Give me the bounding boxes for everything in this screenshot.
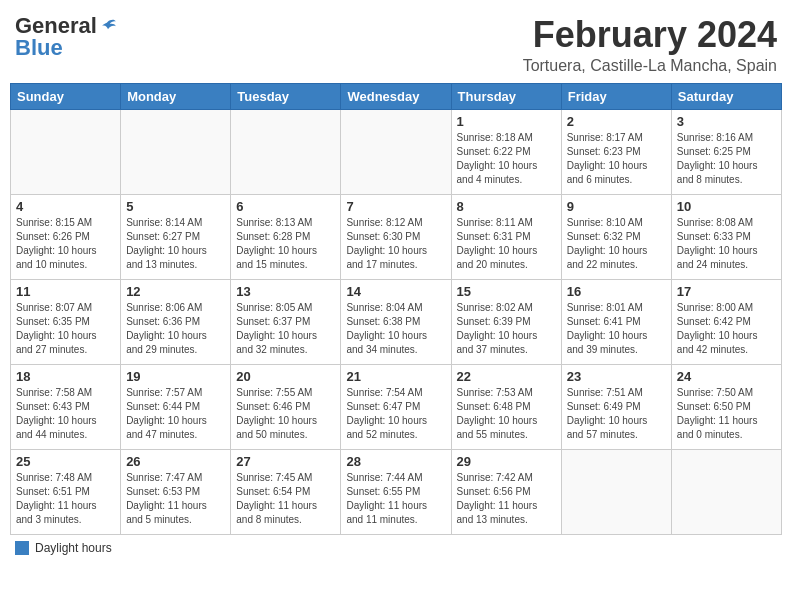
day-info: Sunrise: 7:51 AM Sunset: 6:49 PM Dayligh… bbox=[567, 386, 666, 442]
day-number: 9 bbox=[567, 199, 666, 214]
day-info: Sunrise: 7:58 AM Sunset: 6:43 PM Dayligh… bbox=[16, 386, 115, 442]
calendar-cell: 7Sunrise: 8:12 AM Sunset: 6:30 PM Daylig… bbox=[341, 194, 451, 279]
calendar-cell: 12Sunrise: 8:06 AM Sunset: 6:36 PM Dayli… bbox=[121, 279, 231, 364]
day-number: 24 bbox=[677, 369, 776, 384]
day-number: 12 bbox=[126, 284, 225, 299]
calendar-cell: 15Sunrise: 8:02 AM Sunset: 6:39 PM Dayli… bbox=[451, 279, 561, 364]
calendar-cell: 17Sunrise: 8:00 AM Sunset: 6:42 PM Dayli… bbox=[671, 279, 781, 364]
day-number: 4 bbox=[16, 199, 115, 214]
calendar-cell: 6Sunrise: 8:13 AM Sunset: 6:28 PM Daylig… bbox=[231, 194, 341, 279]
calendar-week-row: 25Sunrise: 7:48 AM Sunset: 6:51 PM Dayli… bbox=[11, 449, 782, 534]
calendar-cell: 11Sunrise: 8:07 AM Sunset: 6:35 PM Dayli… bbox=[11, 279, 121, 364]
legend-color-box bbox=[15, 541, 29, 555]
day-info: Sunrise: 8:04 AM Sunset: 6:38 PM Dayligh… bbox=[346, 301, 445, 357]
day-number: 14 bbox=[346, 284, 445, 299]
calendar-cell: 16Sunrise: 8:01 AM Sunset: 6:41 PM Dayli… bbox=[561, 279, 671, 364]
day-info: Sunrise: 8:12 AM Sunset: 6:30 PM Dayligh… bbox=[346, 216, 445, 272]
day-number: 16 bbox=[567, 284, 666, 299]
day-info: Sunrise: 8:18 AM Sunset: 6:22 PM Dayligh… bbox=[457, 131, 556, 187]
logo: General Blue bbox=[15, 15, 117, 59]
day-info: Sunrise: 7:54 AM Sunset: 6:47 PM Dayligh… bbox=[346, 386, 445, 442]
day-number: 20 bbox=[236, 369, 335, 384]
calendar-week-row: 18Sunrise: 7:58 AM Sunset: 6:43 PM Dayli… bbox=[11, 364, 782, 449]
day-info: Sunrise: 8:06 AM Sunset: 6:36 PM Dayligh… bbox=[126, 301, 225, 357]
day-info: Sunrise: 8:13 AM Sunset: 6:28 PM Dayligh… bbox=[236, 216, 335, 272]
calendar-cell: 29Sunrise: 7:42 AM Sunset: 6:56 PM Dayli… bbox=[451, 449, 561, 534]
legend-text: Daylight hours bbox=[35, 541, 112, 555]
day-info: Sunrise: 7:47 AM Sunset: 6:53 PM Dayligh… bbox=[126, 471, 225, 527]
day-number: 11 bbox=[16, 284, 115, 299]
calendar-cell: 5Sunrise: 8:14 AM Sunset: 6:27 PM Daylig… bbox=[121, 194, 231, 279]
day-info: Sunrise: 8:01 AM Sunset: 6:41 PM Dayligh… bbox=[567, 301, 666, 357]
logo-blue-text: Blue bbox=[15, 37, 63, 59]
day-number: 7 bbox=[346, 199, 445, 214]
day-info: Sunrise: 7:55 AM Sunset: 6:46 PM Dayligh… bbox=[236, 386, 335, 442]
day-number: 29 bbox=[457, 454, 556, 469]
calendar-week-row: 11Sunrise: 8:07 AM Sunset: 6:35 PM Dayli… bbox=[11, 279, 782, 364]
day-info: Sunrise: 8:08 AM Sunset: 6:33 PM Dayligh… bbox=[677, 216, 776, 272]
day-info: Sunrise: 7:42 AM Sunset: 6:56 PM Dayligh… bbox=[457, 471, 556, 527]
day-number: 17 bbox=[677, 284, 776, 299]
day-number: 5 bbox=[126, 199, 225, 214]
month-year: February 2024 bbox=[523, 15, 777, 55]
day-info: Sunrise: 8:15 AM Sunset: 6:26 PM Dayligh… bbox=[16, 216, 115, 272]
day-number: 23 bbox=[567, 369, 666, 384]
calendar-cell: 14Sunrise: 8:04 AM Sunset: 6:38 PM Dayli… bbox=[341, 279, 451, 364]
calendar-cell: 18Sunrise: 7:58 AM Sunset: 6:43 PM Dayli… bbox=[11, 364, 121, 449]
calendar-cell: 19Sunrise: 7:57 AM Sunset: 6:44 PM Dayli… bbox=[121, 364, 231, 449]
column-header-thursday: Thursday bbox=[451, 83, 561, 109]
legend: Daylight hours bbox=[10, 541, 782, 555]
column-header-monday: Monday bbox=[121, 83, 231, 109]
day-number: 13 bbox=[236, 284, 335, 299]
day-info: Sunrise: 8:00 AM Sunset: 6:42 PM Dayligh… bbox=[677, 301, 776, 357]
calendar-cell: 27Sunrise: 7:45 AM Sunset: 6:54 PM Dayli… bbox=[231, 449, 341, 534]
calendar-week-row: 1Sunrise: 8:18 AM Sunset: 6:22 PM Daylig… bbox=[11, 109, 782, 194]
calendar-cell: 1Sunrise: 8:18 AM Sunset: 6:22 PM Daylig… bbox=[451, 109, 561, 194]
calendar-cell: 13Sunrise: 8:05 AM Sunset: 6:37 PM Dayli… bbox=[231, 279, 341, 364]
day-number: 27 bbox=[236, 454, 335, 469]
day-number: 26 bbox=[126, 454, 225, 469]
day-info: Sunrise: 8:02 AM Sunset: 6:39 PM Dayligh… bbox=[457, 301, 556, 357]
calendar-cell: 20Sunrise: 7:55 AM Sunset: 6:46 PM Dayli… bbox=[231, 364, 341, 449]
day-info: Sunrise: 8:10 AM Sunset: 6:32 PM Dayligh… bbox=[567, 216, 666, 272]
day-info: Sunrise: 7:44 AM Sunset: 6:55 PM Dayligh… bbox=[346, 471, 445, 527]
day-number: 15 bbox=[457, 284, 556, 299]
logo-bird-icon bbox=[99, 17, 117, 35]
calendar-cell: 4Sunrise: 8:15 AM Sunset: 6:26 PM Daylig… bbox=[11, 194, 121, 279]
calendar-cell bbox=[671, 449, 781, 534]
day-number: 22 bbox=[457, 369, 556, 384]
column-header-friday: Friday bbox=[561, 83, 671, 109]
calendar-table: SundayMondayTuesdayWednesdayThursdayFrid… bbox=[10, 83, 782, 535]
day-info: Sunrise: 8:05 AM Sunset: 6:37 PM Dayligh… bbox=[236, 301, 335, 357]
calendar-cell: 3Sunrise: 8:16 AM Sunset: 6:25 PM Daylig… bbox=[671, 109, 781, 194]
column-header-wednesday: Wednesday bbox=[341, 83, 451, 109]
day-info: Sunrise: 8:17 AM Sunset: 6:23 PM Dayligh… bbox=[567, 131, 666, 187]
day-info: Sunrise: 8:16 AM Sunset: 6:25 PM Dayligh… bbox=[677, 131, 776, 187]
calendar-cell bbox=[121, 109, 231, 194]
day-number: 28 bbox=[346, 454, 445, 469]
calendar-cell bbox=[341, 109, 451, 194]
calendar-cell: 8Sunrise: 8:11 AM Sunset: 6:31 PM Daylig… bbox=[451, 194, 561, 279]
day-number: 8 bbox=[457, 199, 556, 214]
calendar-cell bbox=[231, 109, 341, 194]
location: Tortuera, Castille-La Mancha, Spain bbox=[523, 57, 777, 75]
day-info: Sunrise: 7:50 AM Sunset: 6:50 PM Dayligh… bbox=[677, 386, 776, 442]
day-number: 10 bbox=[677, 199, 776, 214]
column-header-sunday: Sunday bbox=[11, 83, 121, 109]
day-info: Sunrise: 8:07 AM Sunset: 6:35 PM Dayligh… bbox=[16, 301, 115, 357]
calendar-cell bbox=[11, 109, 121, 194]
calendar-week-row: 4Sunrise: 8:15 AM Sunset: 6:26 PM Daylig… bbox=[11, 194, 782, 279]
day-info: Sunrise: 7:45 AM Sunset: 6:54 PM Dayligh… bbox=[236, 471, 335, 527]
calendar-cell: 22Sunrise: 7:53 AM Sunset: 6:48 PM Dayli… bbox=[451, 364, 561, 449]
day-info: Sunrise: 7:57 AM Sunset: 6:44 PM Dayligh… bbox=[126, 386, 225, 442]
column-header-tuesday: Tuesday bbox=[231, 83, 341, 109]
day-info: Sunrise: 8:11 AM Sunset: 6:31 PM Dayligh… bbox=[457, 216, 556, 272]
header: General Blue February 2024 Tortuera, Cas… bbox=[10, 10, 782, 75]
day-number: 3 bbox=[677, 114, 776, 129]
day-info: Sunrise: 8:14 AM Sunset: 6:27 PM Dayligh… bbox=[126, 216, 225, 272]
logo-general-text: General bbox=[15, 15, 97, 37]
calendar-cell: 21Sunrise: 7:54 AM Sunset: 6:47 PM Dayli… bbox=[341, 364, 451, 449]
day-info: Sunrise: 7:53 AM Sunset: 6:48 PM Dayligh… bbox=[457, 386, 556, 442]
calendar-cell: 23Sunrise: 7:51 AM Sunset: 6:49 PM Dayli… bbox=[561, 364, 671, 449]
calendar-cell: 28Sunrise: 7:44 AM Sunset: 6:55 PM Dayli… bbox=[341, 449, 451, 534]
